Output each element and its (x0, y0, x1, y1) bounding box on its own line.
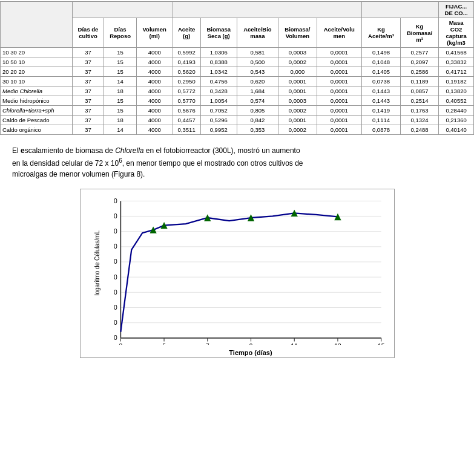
table-cell: 0,40140 (439, 125, 474, 135)
table-row: Caldo orgánico371440000,35110,99520,3530… (1, 125, 474, 135)
table-cell: 1,0342 (200, 67, 237, 77)
table-cell: 0,5620 (173, 67, 200, 77)
table-cell: 0,3428 (200, 86, 237, 96)
table-cell: 4000 (136, 116, 173, 125)
col-dias-cultivo: Días decultivo (72, 18, 104, 48)
table-cell: 0,0002 (278, 57, 317, 67)
table-cell: 0,5770 (173, 96, 200, 106)
svg-text:13,00: 13,00 (114, 304, 117, 311)
table-cell: 0,2950 (173, 77, 200, 86)
table-cell: 0,4193 (173, 57, 200, 67)
table-cell: 0,000 (278, 67, 317, 77)
table-cell: 0,0001 (317, 96, 362, 106)
table-cell: 0,0001 (278, 116, 317, 125)
table-cell: 0,19182 (439, 77, 474, 86)
table-cell: 0,1443 (362, 96, 401, 106)
table-cell: 14 (104, 125, 137, 135)
table-cell: 0,5296 (200, 116, 237, 125)
table-cell: 0,13820 (439, 86, 474, 96)
table-cell: 0,41568 (439, 48, 474, 57)
table-cell: 0,5676 (173, 106, 200, 116)
col-kg-aceite: KgAceite/m³ (362, 18, 401, 48)
table-row: 10 30 20371540000,59921,03060,5810,00030… (1, 48, 474, 57)
table-cell: 4000 (136, 106, 173, 116)
table-cell: 37 (72, 67, 104, 77)
table-row: Medio Chlorella371840000,57720,34281,684… (1, 86, 474, 96)
svg-text:15,50: 15,50 (114, 228, 117, 235)
para-text-3: en el fotobiorreactor (300L), mostró un … (143, 146, 300, 155)
col-biomasa-vol: Biomasa/Volumen (278, 18, 317, 48)
table-cell: 0,0001 (317, 57, 362, 67)
muestra-header (1, 2, 73, 48)
table-cell: 0,620 (237, 77, 278, 86)
table-cell: 0,1763 (400, 106, 438, 116)
table-cell: 18 (104, 116, 137, 125)
table-cell: 0,2577 (400, 48, 438, 57)
table-cell: 4000 (136, 57, 173, 67)
table-cell: 0,9952 (200, 125, 237, 135)
table-cell: 10 50 10 (1, 57, 73, 67)
table-cell: 0,1498 (362, 48, 401, 57)
table-cell: 0,2488 (400, 125, 438, 135)
col-aceite-bio: Aceite/Biomasa (237, 18, 278, 48)
table-cell: 0,1443 (362, 86, 401, 96)
table-cell: 10 30 20 (1, 48, 73, 57)
svg-text:16,50: 16,50 (114, 198, 117, 204)
svg-text:13: 13 (334, 343, 341, 345)
table-cell: 0,40552 (439, 96, 474, 106)
table-row: Caldo de Pescado371840000,44570,52960,84… (1, 116, 474, 125)
table-cell: 37 (72, 116, 104, 125)
svg-text:9: 9 (249, 343, 252, 345)
table-cell: 20 20 20 (1, 67, 73, 77)
chart-container: logaritmo de Células/mL Tiempo (días) 12… (80, 189, 395, 358)
table-cell: 15 (104, 96, 137, 106)
table-cell: 15 (104, 106, 137, 116)
para-text-5: microalgas de menor volumen (Figura 8). (12, 170, 145, 178)
table-cell: 37 (72, 86, 104, 96)
table-cell: 4000 (136, 86, 173, 96)
table-cell: 0,574 (237, 96, 278, 106)
fijacion-header: FIJAC...DE CO... (439, 2, 474, 18)
para-italic-chlorella: Chlorella (115, 146, 143, 155)
table-cell: 0,4457 (173, 116, 200, 125)
table-cell: 0,0857 (400, 86, 438, 96)
table-cell: 0,2514 (400, 96, 438, 106)
table-row: 30 10 10371440000,29500,47560,6200,00010… (1, 77, 474, 86)
table-cell: 4000 (136, 96, 173, 106)
paragraph-section: El escalamiento de biomasa de Chlorella … (0, 136, 474, 186)
table-row: 20 20 20371540000,56201,03420,5430,0000,… (1, 67, 474, 77)
table-cell: 0,0001 (278, 77, 317, 86)
y-axis-label: logaritmo de Células/mL (94, 230, 100, 296)
table-cell: 0,5772 (173, 86, 200, 96)
proporciones-header (173, 2, 362, 18)
table-cell: 37 (72, 96, 104, 106)
table-cell: 0,5992 (173, 48, 200, 57)
svg-text:12,50: 12,50 (114, 319, 117, 326)
table-cell: 4000 (136, 48, 173, 57)
data-table-section: FIJAC...DE CO... Días decultivo DíasRepo… (0, 0, 474, 136)
col-masa-co2: MasaCO2captura(kg/m3 (439, 18, 474, 48)
table-cell: 0,0003 (278, 48, 317, 57)
svg-text:12,00: 12,00 (114, 334, 117, 341)
table-cell: 0,28440 (439, 106, 474, 116)
table-cell: 0,8388 (200, 57, 237, 67)
svg-text:16,00: 16,00 (114, 213, 117, 220)
table-cell: 0,0878 (362, 125, 401, 135)
table-cell: 0,1324 (400, 116, 438, 125)
svg-text:11: 11 (291, 343, 298, 345)
table-cell: 4000 (136, 125, 173, 135)
table-cell: 37 (72, 125, 104, 135)
col-aceite: Aceite(g) (173, 18, 200, 48)
table-cell: 0,2586 (400, 67, 438, 77)
chart-svg: 12,0012,5013,0013,5014,0014,5015,0015,50… (114, 194, 388, 345)
table-cell: 0,33832 (439, 57, 474, 67)
table-cell: 30 10 10 (1, 77, 73, 86)
svg-text:15,00: 15,00 (114, 243, 117, 250)
para-text-2: scalamiento de biomasa de (25, 146, 115, 155)
table-cell: 4000 (136, 67, 173, 77)
datos-lab-header (72, 2, 173, 18)
produccion-header (362, 2, 439, 18)
table-cell: 37 (72, 77, 104, 86)
table-cell: Medio hidropónico (1, 96, 73, 106)
table-cell: 0,4756 (200, 77, 237, 86)
